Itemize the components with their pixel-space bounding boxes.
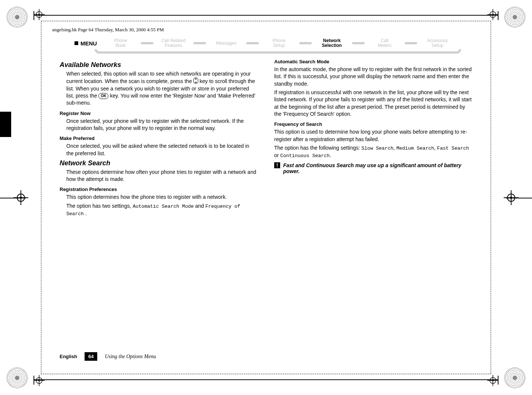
tab-network-selection[interactable]: Network Selection xyxy=(312,38,352,48)
registration-mark-bottom-left xyxy=(34,375,45,386)
ribbon-underbar xyxy=(95,49,461,54)
margin-tab xyxy=(0,112,11,137)
text: The option has the following settings: xyxy=(274,145,361,151)
registration-mark-left xyxy=(13,190,28,205)
para-registration-preferences-1: This option determines how the phone tri… xyxy=(66,194,258,201)
code-automatic-search-mode: Automatic Search Mode xyxy=(133,204,194,209)
heading-available-networks: Available Networks xyxy=(60,61,258,69)
heading-automatic-search-mode: Automatic Search Mode xyxy=(274,59,472,64)
heading-register-now: Register Now xyxy=(60,111,258,116)
tab-connector xyxy=(299,42,312,44)
code-continuous-search: Continuous Search xyxy=(280,153,330,159)
print-rosette-bottom-right xyxy=(504,367,525,388)
svg-point-3 xyxy=(20,197,22,199)
tab-messages[interactable]: Messages xyxy=(206,41,246,46)
right-column: Automatic Search Mode In the automatic m… xyxy=(274,59,472,350)
warning-icon xyxy=(274,162,280,168)
menu-ribbon: MENU Phone Book Call Related Features Me… xyxy=(75,37,457,51)
crop-bar-bottom xyxy=(34,379,498,380)
running-header: angelsing.bk Page 64 Thursday, March 30,… xyxy=(52,27,164,33)
tab-accessory-setup[interactable]: Accessory Setup xyxy=(417,38,457,48)
heading-network-search: Network Search xyxy=(60,159,258,167)
tab-connector xyxy=(352,42,365,44)
tab-label: Features xyxy=(153,43,194,48)
print-rosette-top-right xyxy=(504,7,525,28)
print-rosette-top-left xyxy=(7,7,28,28)
para-registration-preferences-2: The option has two settings, Automatic S… xyxy=(66,203,258,217)
registration-mark-top-left xyxy=(34,9,45,20)
svg-point-19 xyxy=(38,380,40,381)
registration-mark-right xyxy=(504,190,519,205)
para-register-now: Once selected, your phone will try to re… xyxy=(66,118,258,132)
warning-note: Fast and Continuous Search may use up a … xyxy=(274,162,472,174)
svg-point-15 xyxy=(492,14,494,15)
tab-label: Meters xyxy=(365,43,405,48)
code-fast-search: Fast Search xyxy=(437,146,469,151)
para-make-preferred: Once selected, you will be asked where t… xyxy=(66,143,258,157)
tab-connector xyxy=(193,42,206,44)
footer-page-number: 64 xyxy=(85,352,97,361)
text: , xyxy=(434,145,437,151)
heading-registration-preferences: Registration Preferences xyxy=(60,187,258,192)
tab-connector xyxy=(141,42,153,44)
tab-call-meters[interactable]: Call Meters xyxy=(365,38,405,48)
text: or xyxy=(274,152,280,158)
tab-label: Setup xyxy=(259,43,299,48)
tab-phone-setup[interactable]: Phone Setup xyxy=(259,38,299,48)
print-rosette-bottom-left xyxy=(7,367,28,388)
warning-text: Fast and Continuous Search may use up a … xyxy=(283,162,472,174)
para-network-search: These options determine how often your p… xyxy=(66,169,258,183)
para-auto-2: If registration is unsuccessful with one… xyxy=(274,89,472,118)
para-freq-2: The option has the following settings: S… xyxy=(274,144,472,159)
tab-connector xyxy=(405,42,417,44)
ok-key-icon: OK xyxy=(98,93,108,99)
registration-mark-top-right xyxy=(487,9,498,20)
registration-mark-bottom-right xyxy=(487,375,498,386)
tab-connector xyxy=(246,42,259,44)
heading-make-preferred: Make Preferred xyxy=(60,136,258,141)
tab-label: Book xyxy=(101,43,141,48)
para-available-networks: When selected, this option will scan to … xyxy=(66,70,258,107)
tab-label: Setup xyxy=(417,43,457,48)
para-auto-1: In the automatic mode, the phone will tr… xyxy=(274,66,472,87)
text: . xyxy=(330,152,331,158)
menu-tabs: Phone Book Call Related Features Message… xyxy=(101,37,457,49)
text: The option has two settings, xyxy=(66,203,133,209)
para-freq-1: This option is used to determine how lon… xyxy=(274,128,472,143)
text: . xyxy=(85,210,87,216)
page-footer: English 64 Using the Options Menu xyxy=(60,352,156,361)
text: , xyxy=(393,145,396,151)
text: and xyxy=(195,203,205,209)
svg-point-23 xyxy=(492,380,494,381)
left-column: Available Networks When selected, this o… xyxy=(60,59,258,350)
code-slow-search: Slow Search xyxy=(361,146,393,151)
svg-point-7 xyxy=(510,197,512,199)
code-medium-search: Medium Search xyxy=(396,146,434,151)
page-body: Available Networks When selected, this o… xyxy=(60,59,472,350)
footer-section-title: Using the Options Menu xyxy=(105,354,156,360)
tab-label: Selection xyxy=(312,43,352,48)
menu-label: MENU xyxy=(75,40,97,47)
svg-point-11 xyxy=(38,14,40,15)
footer-language: English xyxy=(60,354,77,359)
crop-bar-top xyxy=(34,15,498,16)
scroll-key-icon xyxy=(193,77,198,84)
tab-label: Messages xyxy=(206,41,246,46)
tab-phone-book[interactable]: Phone Book xyxy=(101,38,141,48)
heading-frequency-of-search: Frequency of Search xyxy=(274,121,472,127)
tab-call-related-features[interactable]: Call Related Features xyxy=(153,38,194,48)
